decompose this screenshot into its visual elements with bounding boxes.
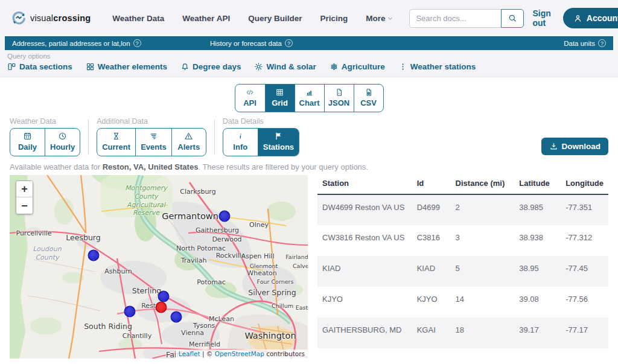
nav-weather-api[interactable]: Weather API [182,14,230,23]
option-data-sections[interactable]: Data sections [7,62,72,71]
weather-data-group: Weather Data Daily Hourly [10,117,80,156]
view-tabs: API Grid Chart JSON CSV [235,84,384,112]
cell-latitude: 39.17 [514,318,561,348]
account-label: Account [587,13,618,23]
location-field-label[interactable]: Addresses, partial addresses or lat,lon … [12,39,210,47]
tab-csv[interactable]: CSV [354,85,383,112]
station-marker-blue[interactable] [219,211,231,222]
help-icon[interactable]: ? [133,39,141,47]
tab-api[interactable]: API [235,85,265,112]
leaflet-link[interactable]: Leaflet [179,350,200,357]
sign-out-link[interactable]: Sign out [532,8,550,28]
download-label: Download [562,142,601,151]
nav-query-builder[interactable]: Query Builder [248,14,302,23]
col-header-longitude: Longitude [561,175,608,194]
button-label: Info [233,142,247,152]
search-button[interactable] [501,9,524,28]
help-icon[interactable]: ? [285,39,293,47]
main-nav: Weather Data Weather API Query Builder P… [112,14,393,23]
option-wind-solar[interactable]: Wind & solar [254,62,316,71]
daterange-field-label[interactable]: History or forecast data ? [210,39,408,47]
code-icon [245,88,255,97]
csv-file-icon [365,88,373,97]
cell-longitude: -77.312 [561,225,608,256]
button-label: Alerts [177,142,200,152]
current-button[interactable]: Current [97,129,135,156]
map-zoom-control: + − [16,180,33,214]
daterange-label-text: History or forecast data [210,40,282,47]
download-icon [549,142,558,151]
content-split: Montgomery County Agricultural Reserve P… [0,175,618,359]
cell-distance: 18 [451,318,515,348]
option-label: Wind & solar [266,62,316,71]
bar-chart-icon [305,88,314,97]
hourly-button[interactable]: Hourly [45,129,80,156]
map-canvas[interactable] [10,175,308,359]
brand-logo[interactable]: visualcrossing [11,10,91,26]
cell-id: D4699 [412,194,451,225]
cell-station: KIAD [317,256,412,287]
option-label: Weather stations [410,62,476,71]
table-row: DW4699 Reston VA US D4699 2 38.985 -77.3… [317,194,608,225]
station-marker-blue[interactable] [171,311,182,323]
option-weather-stations[interactable]: Weather stations [398,62,476,71]
cell-latitude: 38.938 [514,225,561,256]
search-input[interactable] [409,9,501,28]
account-button[interactable]: Account [563,8,618,28]
col-header-latitude: Latitude [514,175,561,194]
tab-json[interactable]: JSON [324,85,354,112]
option-label: Degree days [193,62,241,71]
station-marker-red[interactable] [156,302,167,313]
info-icon [236,132,245,141]
info-button[interactable]: Info [223,129,258,156]
tab-label: CSV [360,98,377,107]
table-row: GAITHERSBURG, MD KGAI 18 39.17 -77.17 [317,318,608,348]
additional-data-buttons: Current Events Alerts [97,128,206,156]
person-icon [573,14,582,23]
nav-pricing[interactable]: Pricing [320,14,348,23]
table-row: KIAD KIAD 5 38.95 -77.45 [317,256,608,287]
openstreetmap-link[interactable]: OpenStreetMap [215,350,264,357]
station-marker-blue[interactable] [124,306,136,318]
button-label: Events [141,142,167,152]
calendar-icon [23,132,32,141]
stations-button[interactable]: Stations [258,129,299,156]
button-label: Stations [263,142,294,152]
cell-longitude: -77.351 [561,194,608,225]
station-marker-blue[interactable] [158,291,170,302]
location-label-text: Addresses, partial addresses or lat,lon [12,40,130,47]
option-degree-days[interactable]: Degree days [180,62,241,71]
group-title: Additional Data [97,117,206,126]
nav-more-menu[interactable]: More [366,14,393,23]
units-field-label[interactable]: Data units ? [564,39,606,47]
option-label: Data sections [19,62,72,71]
option-agriculture[interactable]: Agriculture [330,62,385,71]
daily-button[interactable]: Daily [10,129,45,156]
zoom-out-button[interactable]: − [16,197,33,214]
cell-distance: 2 [451,194,515,225]
option-label: Agriculture [342,62,385,71]
download-wrap: Download [541,138,609,156]
events-button[interactable]: Events [135,129,171,156]
help-icon[interactable]: ? [598,39,606,47]
cell-longitude: -77.17 [561,318,608,348]
cell-distance: 14 [451,287,515,318]
tab-chart[interactable]: Chart [295,85,324,112]
grid-icon [275,88,284,97]
map[interactable]: Montgomery County Agricultural Reserve P… [10,175,308,359]
group-divider [214,120,215,155]
visualcrossing-logo-icon [11,10,27,26]
col-header-id: Id [412,175,451,194]
table-row: CW3816 Reston VA US C3816 3 38.938 -77.3… [317,225,608,256]
option-weather-elements[interactable]: Weather elements [86,62,167,71]
col-header-station: Station [317,175,412,194]
nav-weather-data[interactable]: Weather Data [112,14,164,23]
station-marker-blue[interactable] [88,250,100,261]
additional-data-group: Additional Data Current Events Alerts [97,117,206,156]
alerts-button[interactable]: Alerts [171,129,206,156]
tab-grid[interactable]: Grid [265,85,295,112]
download-button[interactable]: Download [541,138,609,155]
page-header-region: visualcrossing Weather Data Weather API … [0,0,618,78]
zoom-in-button[interactable]: + [16,181,33,197]
table-row: KJYO KJYO 14 39.08 -77.56 [317,287,608,318]
